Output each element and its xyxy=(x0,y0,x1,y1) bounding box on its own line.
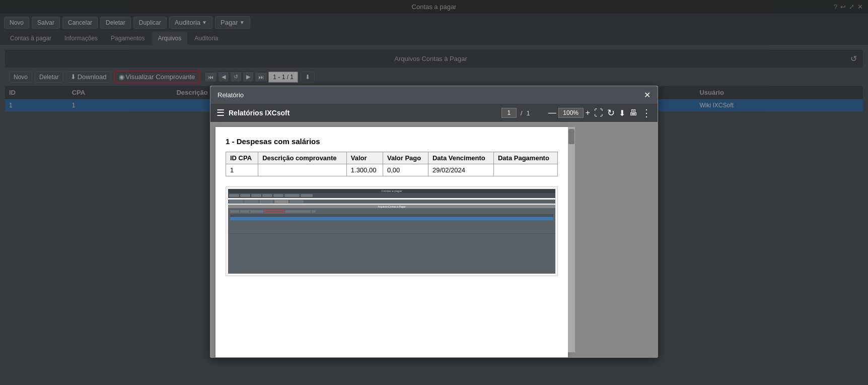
pdf-page-separator: / xyxy=(521,109,523,117)
pdf-col-valor: Valor xyxy=(346,152,383,164)
pdf-page-heading: 1 - Despesas com salários xyxy=(226,137,558,146)
pdf-col-datapag: Data Pagamento xyxy=(493,152,557,164)
pdf-title: Relatórios IXCsoft xyxy=(229,109,497,117)
pdf-cell-desc xyxy=(258,164,347,176)
pdf-zoom-controls: — 100% + xyxy=(548,108,590,118)
modal-title: Relatório xyxy=(218,91,244,99)
pdf-rotate-button[interactable]: ↻ xyxy=(607,107,615,118)
pdf-download-button[interactable]: ⬇ xyxy=(619,108,625,118)
pdf-col-valorpago: Valor Pago xyxy=(383,152,428,164)
pdf-cell-valor: 1.300,00 xyxy=(346,164,383,176)
pdf-cell-datavenc: 29/02/2024 xyxy=(428,164,493,176)
mini-screenshot: Contas a pagar xyxy=(226,186,558,276)
pdf-total-pages: 1 xyxy=(526,109,530,117)
pdf-col-idcpa: ID CPA xyxy=(226,152,258,164)
pdf-zoom-level: 100% xyxy=(558,108,584,118)
pdf-zoom-in-button[interactable]: + xyxy=(586,108,590,117)
pdf-more-button[interactable]: ⋮ xyxy=(641,107,652,119)
pdf-table-row: 1 1.300,00 0,00 29/02/2024 xyxy=(226,164,558,176)
pdf-data-table: ID CPA Descrição comprovante Valor Valor… xyxy=(226,152,558,176)
pdf-page-input[interactable] xyxy=(501,108,517,118)
pdf-cell-datapag xyxy=(493,164,557,176)
pdf-fullscreen-button[interactable]: ⛶ xyxy=(594,108,603,118)
pdf-page: 1 - Despesas com salários ID CPA Descriç… xyxy=(215,127,568,357)
pdf-col-datavenc: Data Vencimento xyxy=(428,152,493,164)
pdf-print-button[interactable]: 🖶 xyxy=(629,108,637,117)
modal-overlay: Relatório ✕ ☰ Relatórios IXCsoft / 1 — 1… xyxy=(0,0,868,385)
modal-close-button[interactable]: ✕ xyxy=(644,90,650,100)
pdf-scrollbar-thumb xyxy=(568,129,574,144)
pdf-zoom-out-button[interactable]: — xyxy=(548,108,556,117)
relatorio-modal: Relatório ✕ ☰ Relatórios IXCsoft / 1 — 1… xyxy=(210,86,658,358)
pdf-content: 1 - Despesas com salários ID CPA Descriç… xyxy=(210,122,658,357)
pdf-cell-valorpago: 0,00 xyxy=(383,164,428,176)
pdf-col-desc: Descrição comprovante xyxy=(258,152,347,164)
pdf-menu-icon[interactable]: ☰ xyxy=(216,107,225,118)
pdf-scrollbar[interactable] xyxy=(568,127,575,352)
pdf-toolbar: ☰ Relatórios IXCsoft / 1 — 100% + ⛶ ↻ ⬇ … xyxy=(210,104,658,122)
pdf-cell-idcpa: 1 xyxy=(226,164,258,176)
modal-header: Relatório ✕ xyxy=(210,86,658,104)
